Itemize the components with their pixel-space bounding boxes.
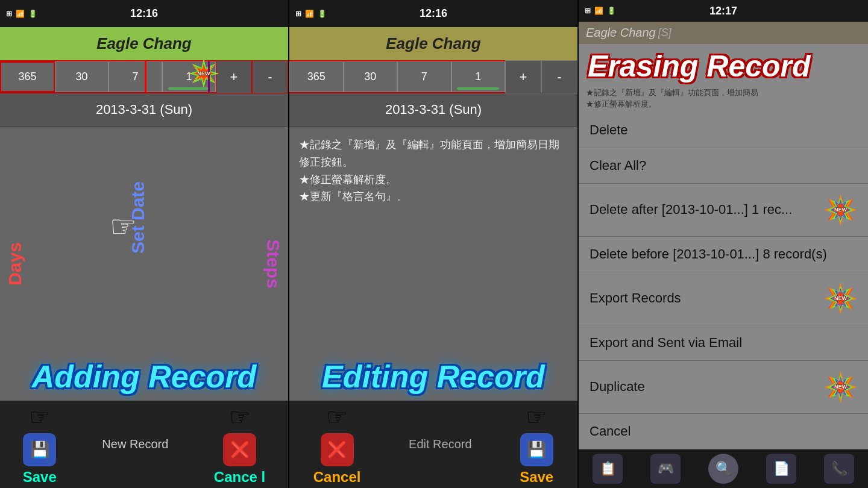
hand-cursor-left: ☞ <box>110 209 137 244</box>
middle-cancel-icon[interactable]: ❌ <box>321 433 354 466</box>
middle-big-title: Editing Record <box>289 358 577 395</box>
right-icon-1[interactable]: 📋 <box>593 454 623 484</box>
right-app-header: Eagle Chang [S] <box>579 22 868 43</box>
middle-num-7[interactable]: 7 <box>397 61 451 92</box>
left-cancel-icon[interactable]: ❌ <box>223 433 256 466</box>
middle-app-header: Eagle Chang <box>289 27 577 60</box>
middle-minus-btn[interactable]: - <box>541 60 577 93</box>
right-status-bar: ⊞ 📶 🔋 12:17 <box>579 0 868 22</box>
left-save-label: Save <box>23 469 57 486</box>
right-icon-4[interactable]: 📄 <box>766 454 796 484</box>
middle-signal-icon: 📶 <box>305 10 314 18</box>
right-panel: ⊞ 📶 🔋 12:17 Eagle Chang [S] Erasing Reco… <box>579 0 868 488</box>
middle-hand-save: ☞ <box>526 403 547 431</box>
left-3g-icon: ⊞ <box>6 10 12 18</box>
left-app-title: Eagle Chang <box>96 34 191 53</box>
left-plus-btn[interactable]: + <box>216 60 252 93</box>
left-new-record-label: New Record <box>102 437 168 451</box>
middle-date-row: 2013-3-31 (Sun) <box>289 93 577 127</box>
middle-save-action: ☞ 💾 Save <box>520 403 553 486</box>
left-big-title: Adding Record <box>0 358 288 395</box>
left-panel: ⊞ 📶 🔋 12:16 Eagle Chang 365 30 7 1 <box>0 0 289 488</box>
middle-cancel-label: Cancel <box>313 469 361 486</box>
left-status-icons: ⊞ 📶 🔋 <box>6 10 37 18</box>
right-icon-5[interactable]: 📞 <box>824 454 854 484</box>
left-hand-save: ☞ <box>29 403 51 431</box>
steps-label: Steps <box>263 239 283 289</box>
left-num-7[interactable]: 7 <box>108 61 162 92</box>
menu-item-delete-before[interactable]: Delete before [2013-10-01...] 8 record(s… <box>579 237 868 272</box>
middle-num-1[interactable]: 1 <box>451 61 506 92</box>
left-number-bar[interactable]: 365 30 7 1 NEW + - <box>0 60 288 93</box>
left-date: 2013-3-31 (Sun) <box>96 102 192 117</box>
right-info-line-2: ★修正螢幕解析度。 <box>586 98 861 110</box>
middle-save-icon[interactable]: 💾 <box>520 433 553 466</box>
left-bottom-bar: ☞ 💾 Save New Record ☞ ❌ Cance l <box>0 401 288 488</box>
right-info-text: ★記錄之『新增』及『編輯』功能頁面，增加簡易 ★修正螢幕解析度。 <box>579 83 868 113</box>
right-battery-icon: 🔋 <box>607 7 616 15</box>
middle-plus-btn[interactable]: + <box>505 60 541 93</box>
left-minus-btn[interactable]: - <box>252 60 288 93</box>
left-num-365[interactable]: 365 <box>0 61 55 92</box>
left-cancel-label: Cance l <box>214 469 265 486</box>
menu-item-delete[interactable]: Delete <box>579 113 868 148</box>
right-info-line-1: ★記錄之『新增』及『編輯』功能頁面，增加簡易 <box>586 87 861 99</box>
middle-bottom-bar: ☞ ❌ Cancel Edit Record ☞ 💾 Save <box>289 401 577 488</box>
middle-content-area: ★記錄之『新增』及『編輯』功能頁面，增加簡易日期修正按鈕。 ★修正螢幕解析度。 … <box>289 127 577 401</box>
middle-panel: ⊞ 📶 🔋 12:16 Eagle Chang 365 30 7 1 + - 2… <box>289 0 579 488</box>
middle-number-bar[interactable]: 365 30 7 1 + - <box>289 60 577 93</box>
left-date-row: 2013-3-31 (Sun) <box>0 93 288 127</box>
menu-item-export-email[interactable]: Export and Sent via Email <box>579 325 868 361</box>
right-time: 12:17 <box>709 5 737 17</box>
left-status-bar: ⊞ 📶 🔋 12:16 <box>0 0 288 27</box>
middle-num-30[interactable]: 30 <box>344 61 398 92</box>
left-save-icon[interactable]: 💾 <box>23 433 56 466</box>
left-num-30[interactable]: 30 <box>55 61 108 92</box>
right-icon-2[interactable]: 🎮 <box>650 454 681 484</box>
left-hand-cancel: ☞ <box>229 403 251 431</box>
middle-edit-record-area: Edit Record <box>409 437 472 451</box>
middle-edit-record-label: Edit Record <box>409 437 472 451</box>
middle-battery-icon: 🔋 <box>318 10 327 18</box>
left-signal-icon: 📶 <box>16 10 25 18</box>
right-signal-icon: 📶 <box>594 7 603 15</box>
right-menu-list: Delete Clear All? Delete after [2013-10-… <box>579 113 868 449</box>
middle-hand-cancel: ☞ <box>326 403 348 431</box>
erasing-title: Erasing Record <box>579 44 868 83</box>
middle-date: 2013-3-31 (Sun) <box>385 102 482 117</box>
left-new-record-area: New Record <box>102 437 168 451</box>
right-3g-icon: ⊞ <box>585 7 591 15</box>
right-bracket-label: [S] <box>658 27 671 39</box>
left-save-action: ☞ 💾 Save <box>23 403 57 486</box>
days-label: Days <box>5 242 25 286</box>
left-content-area: Days Set Date Steps ☞ Adding Record <box>0 127 288 401</box>
middle-cancel-action: ☞ ❌ Cancel <box>313 403 361 486</box>
left-battery-icon: 🔋 <box>28 10 37 18</box>
middle-num-365[interactable]: 365 <box>289 61 344 92</box>
right-app-title: Eagle Chang <box>586 26 656 40</box>
menu-item-clear-all[interactable]: Clear All? <box>579 148 868 184</box>
left-app-header: Eagle Chang <box>0 27 288 60</box>
menu-item-cancel[interactable]: Cancel <box>579 414 868 449</box>
middle-3g-icon: ⊞ <box>295 10 301 18</box>
right-status-icons: ⊞ 📶 🔋 <box>585 7 616 15</box>
menu-item-delete-after[interactable]: Delete after [2013-10-01...] 1 rec... NE… <box>579 184 868 237</box>
right-icon-3[interactable]: 🔍 <box>708 454 738 484</box>
middle-app-title: Eagle Chang <box>386 34 480 53</box>
middle-time: 12:16 <box>420 7 447 20</box>
right-bottom-bar: 📋 🎮 🔍 📄 📞 <box>579 449 868 488</box>
left-time: 12:16 <box>130 7 158 20</box>
middle-status-icons: ⊞ 📶 🔋 <box>295 10 327 18</box>
menu-item-duplicate[interactable]: Duplicate NEW <box>579 361 868 414</box>
left-cancel-action: ☞ ❌ Cance l <box>214 403 265 486</box>
menu-item-export-records[interactable]: Export Records NEW <box>579 272 868 325</box>
middle-content-text: ★記錄之『新增』及『編輯』功能頁面，增加簡易日期修正按鈕。 ★修正螢幕解析度。 … <box>299 136 568 205</box>
middle-save-label: Save <box>520 469 553 486</box>
middle-status-bar: ⊞ 📶 🔋 12:16 <box>289 0 577 27</box>
